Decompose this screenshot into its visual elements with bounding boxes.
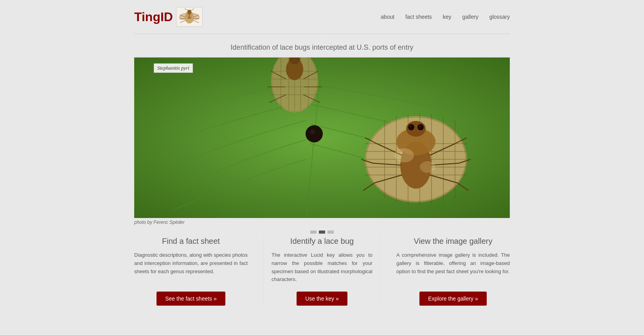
gallery-title: View the image gallery [414, 237, 493, 246]
nav-key[interactable]: key [443, 14, 452, 20]
svg-point-49 [394, 148, 414, 162]
header-divider [134, 34, 510, 34]
gallery-column: View the image gallery A comprehensive i… [392, 237, 510, 306]
dot-3[interactable] [327, 231, 334, 234]
main-nav: about fact sheets key gallery glossary [381, 14, 510, 20]
svg-line-11 [180, 20, 185, 23]
identify-button[interactable]: Use the key » [297, 292, 347, 306]
nav-about[interactable]: about [381, 14, 394, 20]
dot-1[interactable] [310, 231, 317, 234]
logo-text: TingID [134, 10, 173, 24]
svg-line-7 [185, 9, 188, 11]
nav-glossary[interactable]: glossary [489, 14, 510, 20]
fact-sheet-body: Diagnostic descriptions, along with spec… [134, 251, 248, 276]
svg-point-70 [306, 125, 323, 142]
logo-ting: Ting [134, 10, 160, 24]
svg-point-34 [417, 124, 424, 130]
fact-sheet-button[interactable]: See the fact sheets » [157, 292, 225, 306]
identify-column: Identify a lace bug The interactive Luci… [263, 237, 381, 306]
svg-point-36 [419, 126, 421, 127]
svg-point-71 [310, 130, 315, 134]
gallery-body: A comprehensive image gallery is include… [396, 251, 510, 276]
identify-body: The interactive Lucid key allows you to … [272, 251, 372, 284]
dot-2[interactable] [319, 231, 325, 234]
identify-title: Identify a lace bug [290, 237, 354, 246]
hero-image: Stephanitis pyri [134, 58, 510, 218]
species-label: Stephanitis pyri [154, 63, 193, 73]
fact-sheet-title: Find a fact sheet [162, 237, 220, 246]
svg-line-14 [193, 20, 199, 23]
nav-gallery[interactable]: gallery [462, 14, 479, 20]
fact-sheet-column: Find a fact sheet Diagnostic description… [134, 237, 252, 306]
photo-credit: photo by Ferenc Spéder [134, 218, 510, 225]
hero-svg [134, 58, 510, 218]
logo-bug-svg [177, 8, 202, 26]
svg-point-33 [408, 124, 414, 130]
page-subtitle: Identification of lace bugs intercepted … [134, 37, 510, 57]
gallery-button[interactable]: Explore the gallery » [419, 292, 487, 306]
svg-point-35 [410, 126, 411, 127]
logo-bug-image [176, 7, 203, 27]
logo-area: TingID [134, 7, 203, 27]
feature-columns: Find a fact sheet Diagnostic description… [134, 237, 510, 317]
svg-point-50 [420, 161, 435, 173]
nav-fact-sheets[interactable]: fact sheets [405, 14, 432, 20]
svg-line-8 [191, 9, 194, 11]
logo-id-accent: ID [160, 10, 173, 24]
carousel-dots [134, 231, 510, 234]
